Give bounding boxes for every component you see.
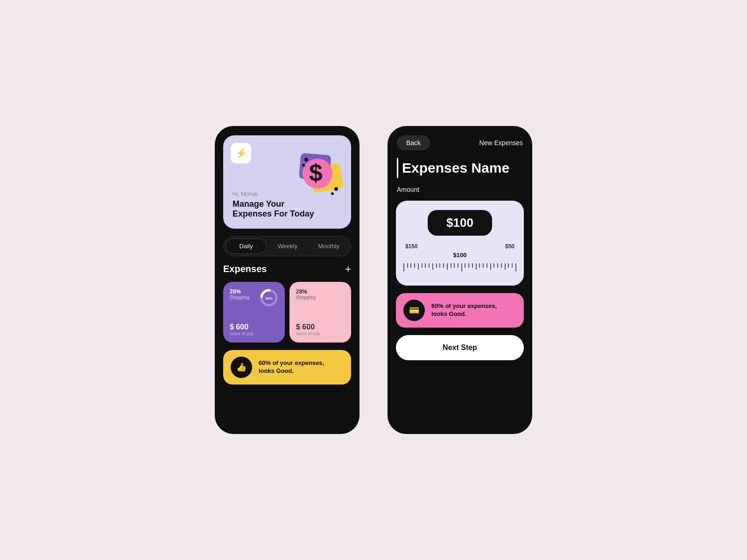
- right-phone-header: Back New Expenses: [396, 135, 524, 150]
- pink-card-percent: 28%: [296, 288, 345, 295]
- ruler-tick: [508, 263, 509, 268]
- ruler-tick: [486, 263, 487, 268]
- ruler-tick: [429, 263, 430, 268]
- ruler-tick: [451, 263, 451, 268]
- ruler-tick: [418, 263, 419, 270]
- pink-notification-card: 💳 60% of your expenses,looks Good.: [396, 293, 524, 328]
- ruler-tick: [465, 263, 465, 268]
- ruler-tick: [493, 263, 494, 268]
- ruler-tick: [454, 263, 455, 268]
- ruler-tick: [425, 263, 426, 268]
- ruler-tick: [447, 263, 448, 270]
- new-expenses-label: New Expenses: [479, 139, 523, 147]
- tabs-container: Daily Weekly Monthly: [223, 236, 351, 256]
- right-phone: Back New Expenses Expenses Name Amount $…: [388, 126, 532, 434]
- ruler-tick: [476, 263, 477, 270]
- hero-text: Hi, Mohak Manage YourExpenses For Today: [233, 191, 314, 219]
- ruler-tick: [515, 263, 516, 272]
- svg-point-4: [304, 158, 308, 161]
- tab-monthly[interactable]: Monthly: [309, 239, 349, 253]
- ruler-labels: $150 $50: [403, 243, 516, 250]
- greeting-text: Hi, Mohak: [233, 191, 314, 197]
- expenses-name-input[interactable]: Expenses Name: [402, 160, 509, 176]
- ruler-tick: [483, 263, 484, 268]
- amount-pill: $100: [428, 210, 492, 236]
- donut-chart: 28%: [259, 287, 279, 308]
- svg-point-6: [334, 187, 338, 191]
- ruler-tick: [443, 263, 444, 268]
- svg-point-7: [331, 192, 334, 195]
- purple-card-amount: $ 600: [230, 323, 278, 331]
- ruler-tick: [468, 263, 469, 268]
- ruler-tick: [407, 263, 408, 268]
- ruler-tick: [490, 263, 491, 270]
- expense-card-pink[interactable]: 28% Shopping $ 600 Since 30 july: [289, 282, 351, 343]
- ruler-tick: [505, 263, 506, 270]
- next-step-button[interactable]: Next Step: [396, 335, 524, 360]
- expenses-name-row: Expenses Name: [396, 158, 524, 178]
- wallet-icon: 💳: [403, 300, 425, 321]
- purple-card-date: Since 30 july: [230, 331, 278, 336]
- pink-card-date: Since 30 july: [296, 331, 345, 336]
- back-button[interactable]: Back: [397, 135, 430, 150]
- amount-card: $100 $150 $50 $100: [396, 201, 524, 286]
- ruler-tick: [436, 263, 437, 268]
- ruler-tick: [410, 263, 411, 268]
- ruler-left-label: $150: [405, 243, 418, 250]
- pink-card-amount: $ 600: [296, 323, 345, 331]
- pink-card-category: Shopping: [296, 295, 345, 300]
- add-expense-button[interactable]: +: [345, 264, 351, 274]
- hero-card: ⚡ $ Hi, Mohak Manage YourExpenses Fo: [223, 135, 351, 229]
- ruler-tick: [479, 263, 480, 268]
- ruler-tick: [501, 263, 502, 268]
- expenses-title: Expenses: [223, 264, 267, 274]
- ruler-tick: [461, 263, 462, 272]
- left-phone: ⚡ $ Hi, Mohak Manage YourExpenses Fo: [215, 126, 359, 434]
- ruler-tick: [439, 263, 440, 268]
- expense-card-purple[interactable]: 28% Shopping $ 600 Since 30 july 28%: [223, 282, 285, 343]
- ruler-tick: [414, 263, 415, 268]
- ruler-tick: [497, 263, 498, 268]
- ruler-tick: [512, 263, 513, 268]
- lightning-icon: ⚡: [231, 143, 251, 163]
- amount-label: Amount: [396, 186, 524, 193]
- svg-text:$: $: [309, 159, 323, 186]
- expense-cards-row: 28% Shopping $ 600 Since 30 july 28% 28%…: [223, 282, 351, 343]
- ruler-tick: [422, 263, 423, 268]
- ruler-tick: [403, 263, 404, 272]
- ruler-center-label: $100: [453, 252, 467, 259]
- text-cursor: [397, 158, 398, 178]
- pink-notification-text: 60% of your expenses,looks Good.: [431, 302, 497, 318]
- ruler-tick: [472, 263, 473, 268]
- thumbs-up-icon: 👍: [231, 357, 252, 378]
- ruler[interactable]: [403, 261, 516, 278]
- expenses-section-header: Expenses +: [223, 264, 351, 274]
- ruler-right-label: $50: [505, 243, 514, 250]
- tab-daily[interactable]: Daily: [226, 238, 267, 254]
- ruler-section: $150 $50 $100: [403, 243, 516, 278]
- notification-card: 👍 60% of your expenses,looks Good.: [223, 350, 351, 385]
- headline-text: Manage YourExpenses For Today: [233, 199, 314, 219]
- ruler-ticks: [403, 263, 516, 272]
- ruler-tick: [458, 263, 458, 268]
- svg-text:28%: 28%: [265, 296, 273, 301]
- tab-weekly[interactable]: Weekly: [268, 239, 308, 253]
- ruler-tick: [432, 263, 433, 270]
- svg-point-5: [302, 164, 305, 167]
- notification-text: 60% of your expenses,looks Good.: [259, 359, 324, 375]
